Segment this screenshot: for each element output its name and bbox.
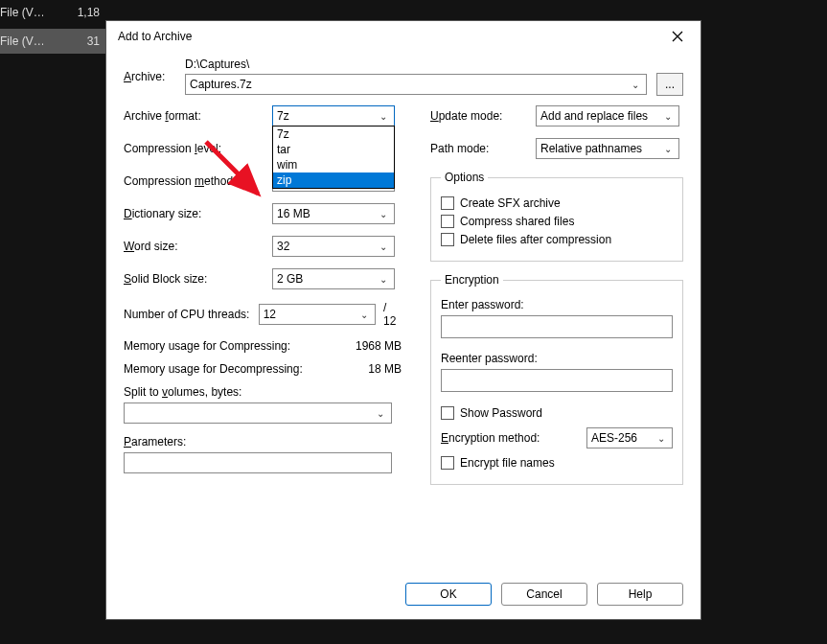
update-select[interactable]: Add and replace files⌄ bbox=[536, 105, 679, 126]
split-combo[interactable]: ⌄ bbox=[124, 402, 392, 424]
archive-file-combo[interactable]: Captures.7z ⌄ bbox=[185, 74, 647, 95]
word-select[interactable]: 32⌄ bbox=[272, 236, 395, 257]
shared-checkbox[interactable]: Compress shared files bbox=[441, 215, 673, 228]
help-button[interactable]: Help bbox=[597, 583, 683, 606]
chevron-down-icon: ⌄ bbox=[657, 433, 668, 444]
path-mode-label: Path mode: bbox=[430, 142, 536, 155]
background-file-row: File (V… 1,18 bbox=[0, 0, 105, 25]
button-bar: OK Cancel Help bbox=[106, 573, 701, 619]
split-label: Split to volumes, bytes: bbox=[124, 385, 402, 399]
checkbox-icon bbox=[441, 456, 454, 470]
word-label: Word size: bbox=[124, 240, 272, 253]
options-legend: Options bbox=[441, 171, 488, 184]
dict-label: Dictionary size: bbox=[124, 207, 272, 220]
chevron-down-icon: ⌄ bbox=[632, 80, 642, 90]
archive-file-value: Captures.7z bbox=[190, 78, 252, 91]
params-input[interactable] bbox=[124, 452, 392, 473]
delete-after-checkbox[interactable]: Delete files after compression bbox=[441, 233, 673, 246]
update-label: Update mode: bbox=[430, 109, 536, 123]
add-to-archive-dialog: Add to Archive Archive: D:\Captures\ Cap… bbox=[105, 20, 701, 620]
sfx-checkbox[interactable]: Create SFX archive bbox=[441, 196, 673, 210]
chevron-down-icon: ⌄ bbox=[360, 310, 371, 320]
format-option-tar[interactable]: tar bbox=[273, 142, 394, 157]
checkbox-icon bbox=[441, 233, 454, 246]
chevron-down-icon: ⌄ bbox=[664, 111, 675, 122]
chevron-down-icon: ⌄ bbox=[379, 111, 390, 122]
options-group: Options Create SFX archive Compress shar… bbox=[430, 171, 683, 262]
encrypt-names-checkbox[interactable]: Encrypt file names bbox=[441, 456, 673, 470]
file-size: 1,18 bbox=[43, 6, 105, 19]
chevron-down-icon: ⌄ bbox=[377, 408, 387, 419]
format-option-zip[interactable]: zip bbox=[273, 172, 394, 188]
cpu-total: / 12 bbox=[383, 301, 402, 328]
format-option-7z[interactable]: 7z bbox=[273, 126, 394, 142]
chevron-down-icon: ⌄ bbox=[379, 209, 390, 219]
checkbox-icon bbox=[441, 196, 454, 210]
checkbox-icon bbox=[441, 215, 454, 228]
params-label: Parameters: bbox=[124, 435, 402, 448]
ok-button[interactable]: OK bbox=[405, 583, 492, 606]
block-label: Solid Block size: bbox=[124, 272, 272, 286]
enter-password-input[interactable] bbox=[441, 315, 673, 338]
reenter-password-label: Reenter password: bbox=[441, 352, 673, 365]
path-mode-select[interactable]: Relative pathnames⌄ bbox=[536, 138, 679, 159]
format-select[interactable]: 7z ⌄ bbox=[272, 105, 395, 126]
mem-compress-value: 1968 MB bbox=[356, 339, 402, 353]
close-button[interactable] bbox=[662, 21, 693, 52]
method-label: Compression method: bbox=[124, 174, 272, 188]
chevron-down-icon: ⌄ bbox=[379, 274, 390, 285]
file-size: 31 bbox=[43, 34, 105, 48]
enter-password-label: Enter password: bbox=[441, 298, 673, 311]
encryption-group: Encryption Enter password: Reenter passw… bbox=[430, 273, 683, 485]
archive-label: Archive: bbox=[124, 70, 181, 83]
chevron-down-icon: ⌄ bbox=[379, 242, 390, 252]
cpu-label: Number of CPU threads: bbox=[124, 308, 259, 321]
checkbox-icon bbox=[441, 406, 454, 420]
dialog-title: Add to Archive bbox=[118, 30, 192, 43]
browse-button[interactable]: ... bbox=[656, 73, 683, 96]
file-name: File (V… bbox=[0, 34, 43, 48]
level-label: Compression level: bbox=[124, 142, 272, 155]
file-name: File (V… bbox=[0, 6, 43, 19]
block-select[interactable]: 2 GB⌄ bbox=[272, 268, 395, 289]
format-dropdown: 7z tar wim zip bbox=[272, 126, 395, 189]
cancel-button[interactable]: Cancel bbox=[501, 583, 587, 606]
reenter-password-input[interactable] bbox=[441, 369, 673, 392]
enc-method-select[interactable]: AES-256⌄ bbox=[586, 427, 673, 448]
cpu-select[interactable]: 12⌄ bbox=[259, 304, 376, 325]
show-password-checkbox[interactable]: Show Password bbox=[441, 406, 673, 420]
encryption-legend: Encryption bbox=[441, 273, 503, 287]
chevron-down-icon: ⌄ bbox=[664, 144, 675, 154]
format-option-wim[interactable]: wim bbox=[273, 157, 394, 172]
mem-decompress-label: Memory usage for Decompressing: bbox=[124, 362, 303, 376]
mem-compress-label: Memory usage for Compressing: bbox=[124, 339, 290, 353]
dict-select[interactable]: 16 MB⌄ bbox=[272, 203, 395, 224]
mem-decompress-value: 18 MB bbox=[368, 362, 402, 376]
background-file-row: File (V… 31 bbox=[0, 29, 105, 54]
format-label: Archive format: bbox=[124, 109, 272, 123]
archive-dir: D:\Captures\ bbox=[185, 58, 683, 71]
titlebar: Add to Archive bbox=[106, 21, 701, 52]
enc-method-label: Encryption method: bbox=[441, 431, 540, 445]
